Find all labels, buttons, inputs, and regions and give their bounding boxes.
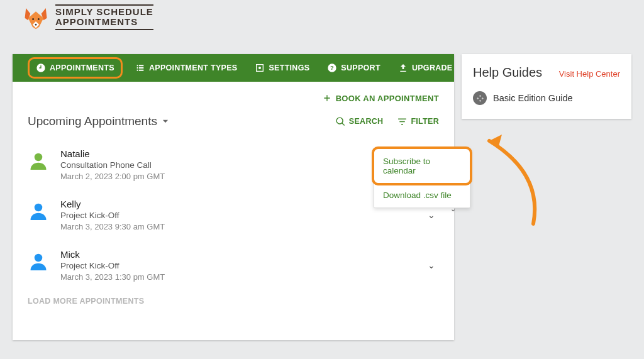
brand-line2: APPOINTMENTS: [55, 17, 153, 30]
navbar: APPOINTMENTS APPOINTMENT TYPES SETTINGS …: [13, 54, 454, 82]
chevron-down-icon[interactable]: ⌄: [428, 210, 435, 220]
help-panel: Help Guides Visit Help Center Basic Edit…: [462, 54, 631, 119]
svg-point-7: [35, 254, 43, 262]
settings-icon: [255, 63, 265, 73]
help-title: Help Guides: [473, 65, 542, 80]
search-label: SEARCH: [349, 117, 384, 126]
avatar-icon: [29, 151, 48, 170]
avatar-icon: [29, 251, 48, 270]
avatar-icon: [29, 201, 48, 220]
book-appointment-button[interactable]: BOOK AN APPOINTMENT: [322, 93, 439, 103]
appointment-name: Mick: [60, 249, 415, 260]
filter-label: FILTER: [411, 117, 439, 126]
download-csv[interactable]: Download .csv file ⌄: [374, 183, 470, 207]
help-icon: ?: [327, 63, 337, 73]
export-menu: Subscribe to calendar Download .csv file…: [374, 148, 470, 208]
nav-settings[interactable]: SETTINGS: [250, 59, 314, 77]
plus-icon: [322, 93, 332, 103]
svg-point-6: [35, 204, 43, 212]
chevron-down-icon: ⌄: [450, 205, 456, 213]
main-panel: APPOINTMENTS APPOINTMENT TYPES SETTINGS …: [13, 54, 454, 340]
nav-upgrade-label: UPGRADE: [412, 64, 453, 72]
appointment-time: March 3, 2023 1:30 pm GMT: [60, 272, 415, 282]
appointment-time: March 3, 2023 9:30 am GMT: [60, 222, 415, 231]
list-item[interactable]: Mick Project Kick-Off March 3, 2023 1:30…: [28, 243, 439, 293]
load-more-button[interactable]: LOAD MORE APPOINTMENTS: [28, 297, 439, 306]
nav-support-label: SUPPORT: [341, 64, 380, 72]
guide-label: Basic Edition Guide: [493, 93, 573, 103]
guide-item[interactable]: Basic Edition Guide: [473, 91, 620, 105]
fox-icon: [23, 4, 49, 30]
svg-text:?: ?: [330, 65, 334, 71]
nav-settings-label: SETTINGS: [269, 64, 309, 72]
guide-icon: [473, 91, 487, 105]
filter-icon: [397, 116, 408, 127]
search-icon: [335, 116, 346, 127]
chevron-down-icon[interactable]: ⌄: [428, 260, 435, 270]
svg-point-2: [258, 67, 261, 69]
svg-point-1: [38, 18, 40, 20]
page-title-text: Upcoming Appointments: [28, 114, 157, 128]
filter-button[interactable]: FILTER: [397, 116, 439, 127]
svg-point-0: [32, 18, 34, 20]
annotation-arrow: [483, 130, 546, 230]
visit-help-center-link[interactable]: Visit Help Center: [559, 69, 620, 79]
book-appointment-label: BOOK AN APPOINTMENT: [336, 94, 439, 103]
upload-icon: [398, 63, 408, 73]
nav-upgrade[interactable]: UPGRADE: [393, 59, 458, 77]
nav-appointments-label: APPOINTMENTS: [50, 64, 114, 72]
svg-point-5: [35, 153, 43, 162]
nav-types-label: APPOINTMENT TYPES: [149, 64, 238, 72]
list-icon: [135, 63, 145, 73]
page-title[interactable]: Upcoming Appointments: [28, 114, 170, 128]
appointment-type: Project Kick-Off: [60, 261, 415, 270]
nav-appointment-types[interactable]: APPOINTMENT TYPES: [130, 59, 243, 77]
dropdown-triangle-icon: [161, 117, 170, 126]
nav-appointments[interactable]: APPOINTMENTS: [28, 57, 123, 79]
subscribe-to-calendar[interactable]: Subscribe to calendar: [372, 146, 472, 185]
brand-logo: SIMPLY SCHEDULE APPOINTMENTS: [23, 4, 153, 30]
download-csv-label: Download .csv file: [383, 191, 452, 200]
clock-icon: [36, 63, 46, 73]
appointment-type: Project Kick-Off: [60, 211, 415, 220]
nav-support[interactable]: ? SUPPORT: [322, 59, 386, 77]
appointment-name: Kelly: [60, 199, 415, 209]
search-button[interactable]: SEARCH: [335, 116, 384, 127]
brand-line1: SIMPLY SCHEDULE: [55, 4, 153, 18]
